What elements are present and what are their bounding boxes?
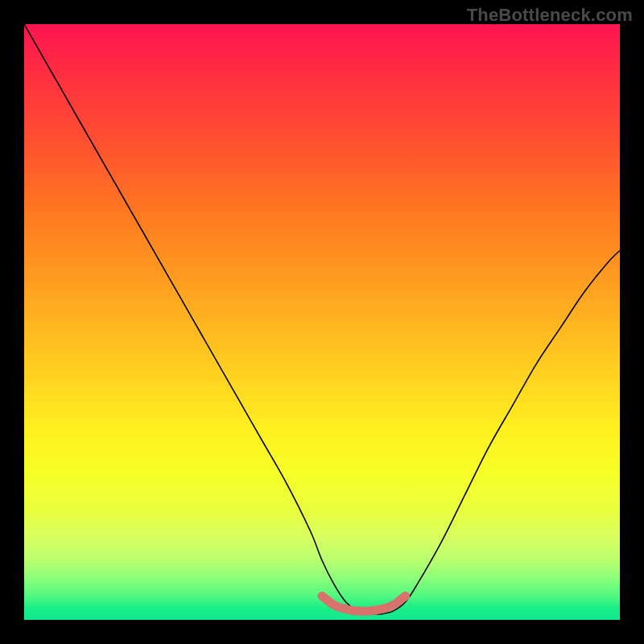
watermark-text: TheBottleneck.com [467, 5, 633, 26]
curve-svg [24, 24, 620, 620]
trough-marker [322, 596, 406, 611]
bottleneck-curve [24, 24, 620, 614]
chart-frame: TheBottleneck.com [0, 0, 644, 644]
plot-area [24, 24, 620, 620]
